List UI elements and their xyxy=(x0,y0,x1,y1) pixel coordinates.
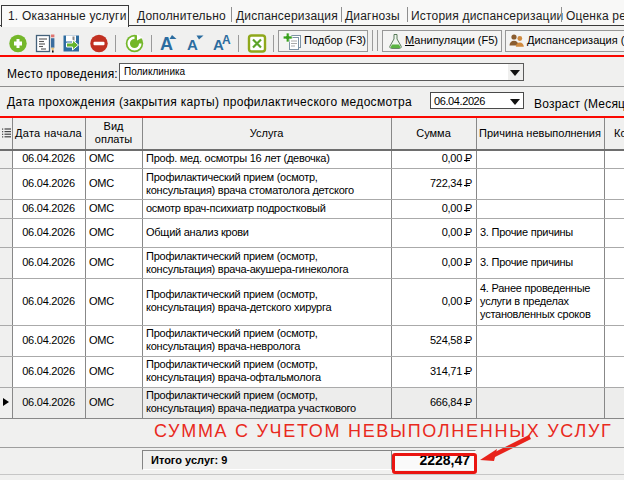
svg-text:A: A xyxy=(222,33,231,47)
svg-text:A: A xyxy=(187,36,198,53)
